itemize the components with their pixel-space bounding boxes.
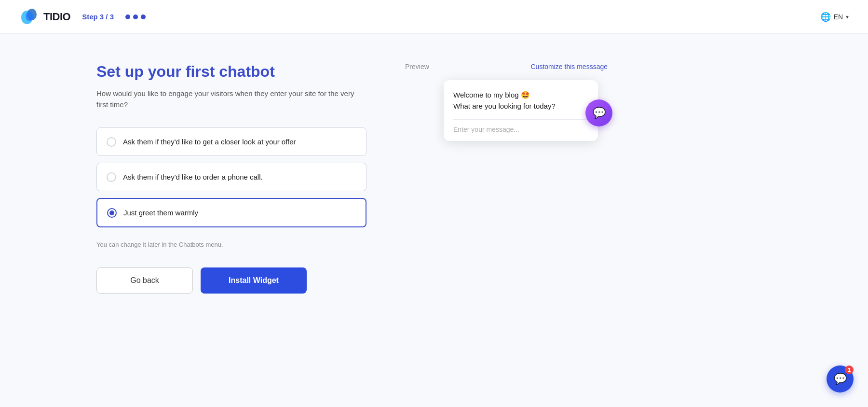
floating-chat-button[interactable]: 💬 1 — [827, 365, 854, 393]
floating-chat-badge: 1 — [845, 365, 854, 374]
header: TIDIO Step 3 / 3 🌐 EN ▾ — [0, 0, 868, 34]
radio-inner-3 — [109, 211, 114, 215]
page-subtitle: How would you like to engage your visito… — [96, 88, 366, 110]
floating-chat-icon: 💬 — [834, 373, 847, 385]
customize-link[interactable]: Customize this messsage — [530, 63, 608, 70]
option-2[interactable]: Ask them if they'd like to order a phone… — [96, 163, 366, 191]
options-list: Ask them if they'd like to get a closer … — [96, 127, 366, 227]
step-dot-1 — [125, 14, 130, 19]
option-2-label: Ask them if they'd like to order a phone… — [123, 172, 263, 182]
left-panel: Set up your first chatbot How would you … — [96, 63, 366, 294]
svg-point-2 — [26, 12, 33, 21]
option-3-label: Just greet them warmly — [123, 208, 198, 218]
radio-3 — [107, 208, 117, 218]
chat-input[interactable]: Enter your message... — [453, 126, 588, 133]
option-1[interactable]: Ask them if they'd like to get a closer … — [96, 127, 366, 156]
chat-message: Welcome to my blog 🤩 What are you lookin… — [453, 90, 588, 112]
preview-header: Preview Customize this messsage — [405, 63, 608, 70]
chat-widget-icon: 💬 — [593, 107, 606, 119]
logo: TIDIO — [19, 7, 70, 27]
step-dot-2 — [133, 14, 138, 19]
chat-line1: Welcome to my blog 🤩 — [453, 91, 530, 99]
preview-label: Preview — [405, 63, 429, 70]
main-content: Set up your first chatbot How would you … — [0, 34, 868, 313]
go-back-button[interactable]: Go back — [96, 267, 193, 294]
globe-icon: 🌐 — [820, 12, 831, 22]
chevron-down-icon: ▾ — [846, 14, 849, 20]
hint-text: You can change it later in the Chatbots … — [96, 241, 366, 248]
chat-line2: What are you looking for today? — [453, 102, 556, 110]
step-dots — [125, 14, 146, 19]
install-widget-button[interactable]: Install Widget — [201, 267, 307, 294]
header-left: TIDIO Step 3 / 3 — [19, 7, 146, 27]
chat-divider — [453, 119, 588, 120]
lang-label: EN — [834, 13, 843, 21]
radio-2 — [107, 172, 116, 182]
option-3[interactable]: Just greet them warmly — [96, 198, 366, 227]
step-dot-3 — [141, 14, 146, 19]
chat-bubble: Welcome to my blog 🤩 What are you lookin… — [444, 80, 598, 141]
option-1-label: Ask them if they'd like to get a closer … — [123, 137, 296, 147]
step-label: Step 3 / 3 — [82, 13, 114, 21]
language-selector[interactable]: 🌐 EN ▾ — [820, 12, 849, 22]
logo-text: TIDIO — [43, 11, 70, 23]
page-title: Set up your first chatbot — [96, 63, 366, 81]
chat-widget-button[interactable]: 💬 — [585, 99, 612, 126]
right-panel: Preview Customize this messsage Welcome … — [405, 63, 608, 141]
button-row: Go back Install Widget — [96, 267, 366, 294]
tidio-logo-icon — [19, 7, 40, 27]
radio-1 — [107, 137, 116, 147]
chat-preview: Welcome to my blog 🤩 What are you lookin… — [444, 80, 608, 141]
